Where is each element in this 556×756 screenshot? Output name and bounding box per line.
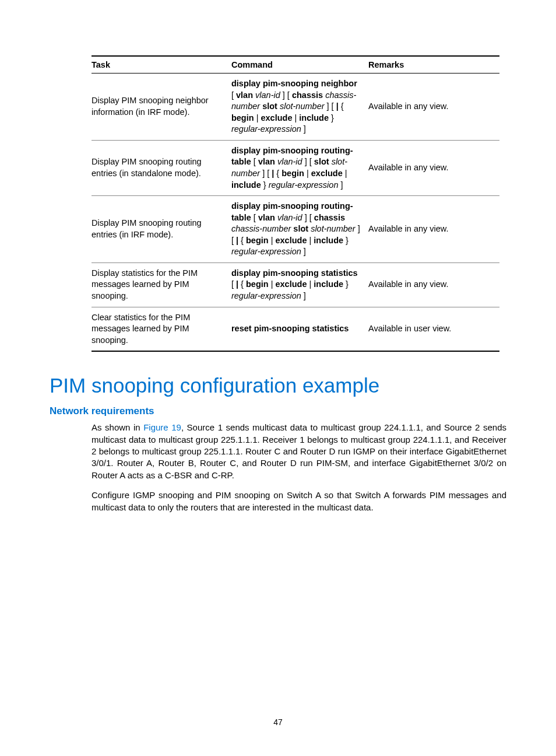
remarks-cell: Available in any view. bbox=[368, 74, 499, 141]
command-cell: reset pim-snooping statistics bbox=[231, 307, 368, 351]
table-row: Display PIM snooping neighbor informatio… bbox=[92, 74, 499, 141]
task-cell: Display statistics for the PIM messages … bbox=[92, 262, 231, 307]
command-cell: display pim-snooping routing-table [ vla… bbox=[231, 196, 368, 263]
table-row: Display PIM snooping routing entries (in… bbox=[92, 140, 499, 195]
paragraph: Configure IGMP snooping and PIM snooping… bbox=[92, 489, 506, 513]
command-cell: display pim-snooping routing-table [ vla… bbox=[231, 140, 368, 195]
task-cell: Display PIM snooping routing entries (in… bbox=[92, 140, 231, 195]
remarks-cell: Available in user view. bbox=[368, 307, 499, 351]
table-row: Display statistics for the PIM messages … bbox=[92, 262, 499, 307]
col-command: Command bbox=[231, 56, 368, 74]
col-remarks: Remarks bbox=[368, 56, 499, 74]
task-cell: Display PIM snooping neighbor informatio… bbox=[92, 74, 231, 141]
remarks-cell: Available in any view. bbox=[368, 262, 499, 307]
figure-link[interactable]: Figure 19 bbox=[143, 422, 181, 432]
page-number: 47 bbox=[0, 718, 556, 727]
command-cell: display pim-snooping neighbor [ vlan vla… bbox=[231, 74, 368, 141]
command-cell: display pim-snooping statistics [ | { be… bbox=[231, 262, 368, 307]
table-row: Clear statistics for the PIM messages le… bbox=[92, 307, 499, 351]
task-cell: Clear statistics for the PIM messages le… bbox=[92, 307, 231, 351]
remarks-cell: Available in any view. bbox=[368, 196, 499, 263]
section-heading: PIM snooping configuration example bbox=[50, 374, 506, 397]
command-table: Task Command Remarks Display PIM snoopin… bbox=[92, 55, 499, 352]
task-cell: Display PIM snooping routing entries (in… bbox=[92, 196, 231, 263]
col-task: Task bbox=[92, 56, 231, 74]
subsection-heading: Network requirements bbox=[50, 405, 506, 417]
remarks-cell: Available in any view. bbox=[368, 140, 499, 195]
paragraph: As shown in Figure 19, Source 1 sends mu… bbox=[92, 422, 506, 481]
table-row: Display PIM snooping routing entries (in… bbox=[92, 196, 499, 263]
